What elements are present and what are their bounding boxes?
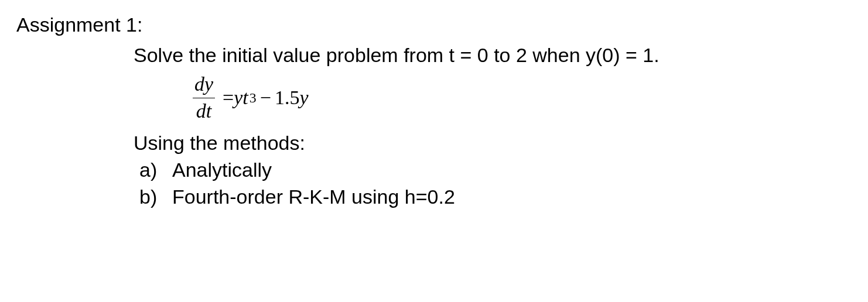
list-text-a: Analytically [172,157,272,183]
differential-equation: dy dt = yt3 − 1.5y [192,71,856,123]
list-marker-b: b) [139,184,172,210]
equals-sign: = [223,85,234,111]
denominator: dt [193,98,215,124]
list-item: b) Fourth-order R-K-M using h=0.2 [139,184,856,210]
problem-statement: Solve the initial value problem from t =… [134,42,856,68]
rhs-exponent: 3 [250,89,257,107]
methods-intro: Using the methods: [134,130,856,156]
equation-body: = yt3 − 1.5y [223,85,308,111]
rhs-var: y [299,85,308,111]
rhs-coeff: 1.5 [275,85,300,111]
rhs-term1: yt [234,85,248,111]
list-marker-a: a) [139,157,172,183]
numerator: dy [192,71,216,97]
assignment-content: Solve the initial value problem from t =… [134,42,856,210]
list-text-b: Fourth-order R-K-M using h=0.2 [172,184,455,210]
list-item: a) Analytically [139,157,856,183]
fraction-dy-dt: dy dt [192,71,216,123]
assignment-title: Assignment 1: [16,12,856,37]
minus-sign: − [257,85,275,111]
